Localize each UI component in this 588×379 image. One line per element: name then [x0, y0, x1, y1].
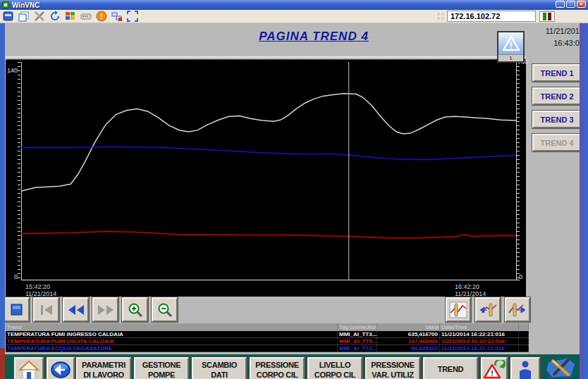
trend-cursor-button[interactable]: [446, 297, 471, 322]
right-axis-ticks: [517, 62, 520, 280]
cell-x: [519, 345, 529, 352]
nav-button-gestione-pompe[interactable]: GESTIONEPOMPE: [134, 357, 189, 379]
cursor-right-button[interactable]: [505, 297, 530, 322]
connection-status-icon[interactable]: [539, 11, 555, 22]
toolbar-checkbox[interactable]: [438, 13, 443, 19]
table-header: Trend Tag connection Value Date/Time: [6, 323, 529, 331]
fast-forward-button[interactable]: [92, 297, 118, 322]
rewind-button[interactable]: [63, 297, 89, 322]
alert-icon[interactable]: !: [96, 11, 108, 22]
home-button[interactable]: [14, 357, 44, 379]
fullscreen-icon[interactable]: [127, 11, 139, 22]
minimize-button[interactable]: _: [556, 1, 565, 8]
cell-x: [519, 331, 529, 337]
step-back-icon: [39, 304, 54, 316]
zoom-out-button[interactable]: [152, 297, 178, 322]
col-value[interactable]: Value: [377, 323, 440, 331]
alarm-ack-icon: !: [483, 360, 506, 379]
nav-button-livello-corpo-cil[interactable]: LIVELLOCORPO CIL: [307, 357, 362, 379]
cursor-right-icon: [508, 302, 527, 318]
cell-name: TEMPERATURA ACQUA DEGASATORE: [6, 345, 338, 352]
refresh-icon[interactable]: [49, 11, 61, 22]
cell-x: [519, 338, 529, 344]
x-start-date: 11/21/2014: [25, 290, 56, 297]
x-end-date: 11/21/2014: [455, 290, 486, 297]
zoom-in-button[interactable]: [122, 297, 148, 322]
trend-page-button-3[interactable]: TREND 3: [532, 111, 582, 128]
cell-name: TEMPERATURA FUMI INGRESSO CALDAIA: [6, 331, 338, 337]
trend-table-row[interactable]: TEMPERATURA FUMI USCITA CALDAIAMMI_AI_TT…: [6, 338, 529, 345]
nav-button-parametri-di-lavoro[interactable]: PARAMETRIDI LAVORO: [76, 357, 131, 379]
warning-triangle-icon: !: [502, 35, 520, 53]
cell-tag: MMI_AI_TT1...: [338, 345, 377, 352]
header-date: 11/21/2014: [530, 27, 584, 35]
close-button[interactable]: ✕: [577, 1, 586, 8]
nav-button-pressione-var-utiliz[interactable]: PRESSIONEVAR. UTILIZ: [365, 357, 420, 379]
page-title: PAGINA TREND 4: [176, 30, 451, 44]
x-axis-line: [21, 280, 520, 280]
table-body: TEMPERATURA FUMI INGRESSO CALDAIAMMI_AI_…: [6, 331, 529, 352]
left-border: [0, 23, 5, 348]
cursor-left-icon: [478, 302, 498, 318]
trend-table-row[interactable]: TEMPERATURA ACQUA DEGASATOREMMI_AI_TT1..…: [6, 345, 529, 352]
windows-logo-icon[interactable]: [65, 11, 77, 22]
series-line-1: [21, 94, 516, 192]
maintenance-tools-icon[interactable]: [544, 356, 580, 379]
cell-dt: 11/21/2014 16:22:21:016: [440, 331, 519, 337]
stop-button[interactable]: [4, 297, 30, 322]
trend-legend-table: Trend Tag connection Value Date/Time TEM…: [6, 323, 529, 352]
zoom-in-icon: [128, 302, 143, 318]
fast-forward-icon: [97, 304, 114, 316]
x-end-time: 16:42:20: [455, 283, 486, 290]
col-trend[interactable]: Trend: [6, 323, 338, 331]
stop-icon: [11, 304, 23, 316]
alarm-page-button[interactable]: !: [481, 357, 508, 379]
rewind-icon: [68, 304, 85, 316]
step-back-button[interactable]: [33, 297, 59, 322]
winvnc-icon: [2, 1, 9, 8]
trend-plot: [21, 62, 516, 280]
trend-page-button-4: TREND 4: [532, 134, 582, 151]
ip-address-input[interactable]: [447, 11, 536, 22]
alarm-count-badge: 1: [498, 54, 523, 61]
back-arrow-icon: [50, 360, 71, 379]
vnc-properties-icon[interactable]: [3, 11, 15, 22]
maximize-button[interactable]: □: [566, 1, 575, 8]
cell-val: 84,635410: [377, 345, 440, 352]
network-status-icon[interactable]: [111, 11, 123, 22]
trend-page-button-1[interactable]: TREND 1: [532, 64, 582, 82]
col-spare: [519, 323, 529, 331]
header-time: 16:43:02: [530, 39, 584, 47]
back-button[interactable]: [47, 357, 75, 379]
left-axis-ticks: [18, 62, 20, 280]
nav-button-scambio-dati[interactable]: SCAMBIODATI: [192, 357, 247, 379]
col-tag-connection[interactable]: Tag connection: [338, 323, 377, 331]
cell-val: 635,416700: [377, 331, 440, 337]
settings-tools-icon[interactable]: [34, 11, 46, 22]
nav-button-trend[interactable]: TREND: [423, 357, 478, 379]
panel-bevel: [6, 56, 526, 58]
left-axis-max-label: 140: [7, 67, 18, 74]
window-title: WinVNC: [12, 1, 39, 9]
svg-text:!: !: [100, 13, 102, 20]
nav-button-pressione-corpo-cil[interactable]: PRESSIONECORPO CIL: [250, 357, 305, 379]
home-icon: [18, 360, 39, 379]
cell-tag: MMI_AI_TT3...: [338, 331, 377, 337]
series-line-3: [21, 147, 516, 159]
trend-table-row[interactable]: TEMPERATURA FUMI INGRESSO CALDAIAMMI_AI_…: [6, 331, 529, 338]
user-button[interactable]: [510, 357, 540, 379]
trend-page-button-2[interactable]: TREND 2: [532, 87, 582, 105]
left-border-bottom: [0, 348, 5, 379]
svg-text:!: !: [491, 369, 494, 378]
cursor-left-button[interactable]: [475, 297, 501, 322]
keyboard-icon[interactable]: [80, 11, 92, 22]
svg-text:!: !: [510, 41, 513, 51]
right-border: [584, 23, 588, 379]
col-datetime[interactable]: Date/Time: [440, 323, 519, 331]
vnc-toolbar: !: [0, 10, 588, 23]
title-bar[interactable]: WinVNC _ □ ✕: [0, 0, 588, 10]
x-start-time: 15:42:20: [25, 283, 56, 290]
alarm-summary-button[interactable]: ! 1: [497, 31, 525, 63]
user-icon: [517, 360, 533, 379]
new-window-icon[interactable]: [18, 11, 30, 22]
